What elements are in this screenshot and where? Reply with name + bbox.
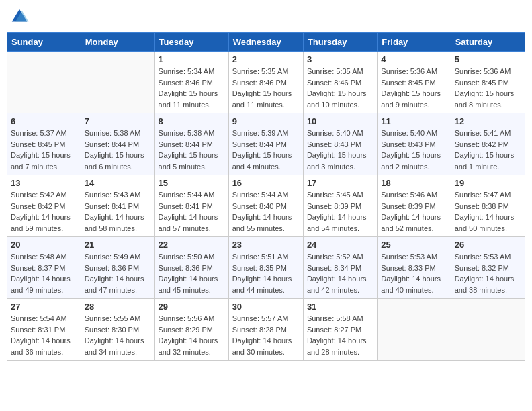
day-number: 28 bbox=[85, 302, 151, 312]
day-info: Sunrise: 5:36 AM Sunset: 8:45 PM Dayligh… bbox=[381, 66, 447, 110]
calendar-day-cell: 16Sunrise: 5:44 AM Sunset: 8:40 PM Dayli… bbox=[228, 175, 303, 237]
calendar-day-cell: 17Sunrise: 5:45 AM Sunset: 8:39 PM Dayli… bbox=[303, 175, 377, 237]
calendar-day-cell: 24Sunrise: 5:52 AM Sunset: 8:34 PM Dayli… bbox=[303, 237, 377, 299]
calendar-week-row: 1Sunrise: 5:34 AM Sunset: 8:46 PM Daylig… bbox=[7, 52, 525, 113]
day-info: Sunrise: 5:52 AM Sunset: 8:34 PM Dayligh… bbox=[307, 251, 373, 295]
calendar-day-cell: 14Sunrise: 5:43 AM Sunset: 8:41 PM Dayli… bbox=[81, 175, 154, 237]
day-info: Sunrise: 5:45 AM Sunset: 8:39 PM Dayligh… bbox=[307, 189, 373, 234]
day-number: 8 bbox=[159, 116, 225, 126]
day-info: Sunrise: 5:46 AM Sunset: 8:39 PM Dayligh… bbox=[381, 189, 447, 234]
day-number: 19 bbox=[455, 178, 521, 188]
calendar-day-cell: 29Sunrise: 5:56 AM Sunset: 8:29 PM Dayli… bbox=[154, 299, 228, 361]
day-number: 18 bbox=[381, 178, 447, 188]
calendar-day-cell: 30Sunrise: 5:57 AM Sunset: 8:28 PM Dayli… bbox=[228, 299, 303, 361]
calendar-day-cell: 21Sunrise: 5:49 AM Sunset: 8:36 PM Dayli… bbox=[81, 237, 154, 299]
day-info: Sunrise: 5:57 AM Sunset: 8:28 PM Dayligh… bbox=[232, 313, 300, 357]
day-number: 20 bbox=[11, 240, 77, 250]
calendar-week-row: 27Sunrise: 5:54 AM Sunset: 8:31 PM Dayli… bbox=[7, 299, 525, 361]
day-info: Sunrise: 5:41 AM Sunset: 8:42 PM Dayligh… bbox=[455, 128, 521, 172]
calendar-day-cell: 25Sunrise: 5:53 AM Sunset: 8:33 PM Dayli… bbox=[378, 237, 451, 299]
day-info: Sunrise: 5:44 AM Sunset: 8:41 PM Dayligh… bbox=[159, 189, 225, 234]
logo-icon bbox=[9, 7, 30, 27]
day-number: 29 bbox=[159, 302, 225, 312]
day-of-week-header: Thursday bbox=[303, 33, 377, 52]
calendar-day-cell bbox=[7, 52, 81, 113]
day-of-week-header: Wednesday bbox=[228, 33, 303, 52]
calendar-header-row: SundayMondayTuesdayWednesdayThursdayFrid… bbox=[7, 33, 525, 52]
calendar-day-cell: 27Sunrise: 5:54 AM Sunset: 8:31 PM Dayli… bbox=[7, 299, 81, 361]
day-info: Sunrise: 5:54 AM Sunset: 8:31 PM Dayligh… bbox=[11, 313, 77, 357]
day-number: 9 bbox=[232, 116, 300, 126]
calendar-day-cell: 15Sunrise: 5:44 AM Sunset: 8:41 PM Dayli… bbox=[154, 175, 228, 237]
day-number: 27 bbox=[11, 302, 77, 312]
calendar-day-cell: 18Sunrise: 5:46 AM Sunset: 8:39 PM Dayli… bbox=[378, 175, 451, 237]
day-info: Sunrise: 5:48 AM Sunset: 8:37 PM Dayligh… bbox=[11, 251, 77, 295]
page-header bbox=[7, 7, 525, 27]
day-info: Sunrise: 5:49 AM Sunset: 8:36 PM Dayligh… bbox=[85, 251, 151, 295]
day-info: Sunrise: 5:35 AM Sunset: 8:46 PM Dayligh… bbox=[307, 66, 373, 110]
day-number: 21 bbox=[85, 240, 151, 250]
calendar-day-cell: 6Sunrise: 5:37 AM Sunset: 8:45 PM Daylig… bbox=[7, 113, 81, 175]
day-info: Sunrise: 5:44 AM Sunset: 8:40 PM Dayligh… bbox=[232, 189, 300, 234]
day-number: 30 bbox=[232, 302, 300, 312]
calendar-day-cell: 2Sunrise: 5:35 AM Sunset: 8:46 PM Daylig… bbox=[228, 52, 303, 113]
day-number: 2 bbox=[232, 54, 300, 64]
day-info: Sunrise: 5:51 AM Sunset: 8:35 PM Dayligh… bbox=[232, 251, 300, 295]
calendar-day-cell bbox=[451, 299, 525, 361]
day-info: Sunrise: 5:35 AM Sunset: 8:46 PM Dayligh… bbox=[232, 66, 300, 110]
calendar-day-cell: 11Sunrise: 5:40 AM Sunset: 8:43 PM Dayli… bbox=[378, 113, 451, 175]
day-info: Sunrise: 5:53 AM Sunset: 8:33 PM Dayligh… bbox=[381, 251, 447, 295]
day-info: Sunrise: 5:36 AM Sunset: 8:45 PM Dayligh… bbox=[455, 66, 521, 110]
day-of-week-header: Tuesday bbox=[154, 33, 228, 52]
day-number: 13 bbox=[11, 178, 77, 188]
calendar-day-cell: 20Sunrise: 5:48 AM Sunset: 8:37 PM Dayli… bbox=[7, 237, 81, 299]
day-info: Sunrise: 5:39 AM Sunset: 8:44 PM Dayligh… bbox=[232, 128, 300, 172]
day-of-week-header: Sunday bbox=[7, 33, 81, 52]
day-info: Sunrise: 5:42 AM Sunset: 8:42 PM Dayligh… bbox=[11, 189, 77, 234]
day-info: Sunrise: 5:38 AM Sunset: 8:44 PM Dayligh… bbox=[159, 128, 225, 172]
day-info: Sunrise: 5:47 AM Sunset: 8:38 PM Dayligh… bbox=[455, 189, 521, 234]
day-number: 15 bbox=[159, 178, 225, 188]
day-info: Sunrise: 5:40 AM Sunset: 8:43 PM Dayligh… bbox=[381, 128, 447, 172]
day-number: 31 bbox=[307, 302, 373, 312]
calendar-day-cell: 8Sunrise: 5:38 AM Sunset: 8:44 PM Daylig… bbox=[154, 113, 228, 175]
calendar-day-cell: 10Sunrise: 5:40 AM Sunset: 8:43 PM Dayli… bbox=[303, 113, 377, 175]
logo bbox=[9, 7, 31, 27]
day-number: 3 bbox=[307, 54, 373, 64]
calendar-day-cell: 12Sunrise: 5:41 AM Sunset: 8:42 PM Dayli… bbox=[451, 113, 525, 175]
day-info: Sunrise: 5:37 AM Sunset: 8:45 PM Dayligh… bbox=[11, 128, 77, 172]
calendar-week-row: 6Sunrise: 5:37 AM Sunset: 8:45 PM Daylig… bbox=[7, 113, 525, 175]
day-number: 11 bbox=[381, 116, 447, 126]
calendar-day-cell: 23Sunrise: 5:51 AM Sunset: 8:35 PM Dayli… bbox=[228, 237, 303, 299]
day-number: 1 bbox=[159, 54, 225, 64]
day-number: 25 bbox=[381, 240, 447, 250]
day-number: 5 bbox=[455, 54, 521, 64]
calendar-day-cell: 31Sunrise: 5:58 AM Sunset: 8:27 PM Dayli… bbox=[303, 299, 377, 361]
day-info: Sunrise: 5:34 AM Sunset: 8:46 PM Dayligh… bbox=[159, 66, 225, 110]
day-info: Sunrise: 5:53 AM Sunset: 8:32 PM Dayligh… bbox=[455, 251, 521, 295]
calendar-week-row: 20Sunrise: 5:48 AM Sunset: 8:37 PM Dayli… bbox=[7, 237, 525, 299]
day-info: Sunrise: 5:50 AM Sunset: 8:36 PM Dayligh… bbox=[159, 251, 225, 295]
calendar-day-cell: 19Sunrise: 5:47 AM Sunset: 8:38 PM Dayli… bbox=[451, 175, 525, 237]
calendar-day-cell: 5Sunrise: 5:36 AM Sunset: 8:45 PM Daylig… bbox=[451, 52, 525, 113]
day-number: 6 bbox=[11, 116, 77, 126]
calendar-week-row: 13Sunrise: 5:42 AM Sunset: 8:42 PM Dayli… bbox=[7, 175, 525, 237]
day-info: Sunrise: 5:40 AM Sunset: 8:43 PM Dayligh… bbox=[307, 128, 373, 172]
day-of-week-header: Saturday bbox=[451, 33, 525, 52]
day-number: 12 bbox=[455, 116, 521, 126]
day-number: 24 bbox=[307, 240, 373, 250]
calendar-day-cell: 28Sunrise: 5:55 AM Sunset: 8:30 PM Dayli… bbox=[81, 299, 154, 361]
day-info: Sunrise: 5:56 AM Sunset: 8:29 PM Dayligh… bbox=[159, 313, 225, 357]
calendar-day-cell: 4Sunrise: 5:36 AM Sunset: 8:45 PM Daylig… bbox=[378, 52, 451, 113]
day-info: Sunrise: 5:58 AM Sunset: 8:27 PM Dayligh… bbox=[307, 313, 373, 357]
calendar-body: 1Sunrise: 5:34 AM Sunset: 8:46 PM Daylig… bbox=[7, 52, 525, 361]
day-number: 4 bbox=[381, 54, 447, 64]
day-number: 7 bbox=[85, 116, 151, 126]
calendar-day-cell: 1Sunrise: 5:34 AM Sunset: 8:46 PM Daylig… bbox=[154, 52, 228, 113]
day-number: 10 bbox=[307, 116, 373, 126]
day-info: Sunrise: 5:38 AM Sunset: 8:44 PM Dayligh… bbox=[85, 128, 151, 172]
day-number: 16 bbox=[232, 178, 300, 188]
day-info: Sunrise: 5:43 AM Sunset: 8:41 PM Dayligh… bbox=[85, 189, 151, 234]
day-info: Sunrise: 5:55 AM Sunset: 8:30 PM Dayligh… bbox=[85, 313, 151, 357]
day-number: 14 bbox=[85, 178, 151, 188]
